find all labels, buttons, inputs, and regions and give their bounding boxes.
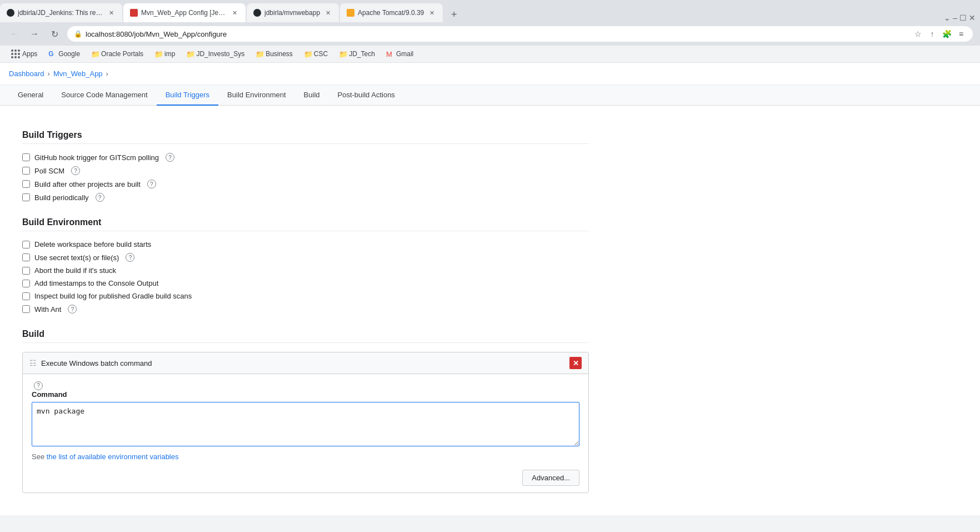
bookmark-google-label: Google — [58, 50, 80, 58]
bookmark-jdtech-label: JD_Tech — [349, 50, 375, 58]
bookmark-business[interactable]: 📁 Business — [251, 48, 297, 59]
build-step-title: Execute Windows batch command — [41, 359, 565, 367]
see-vars-link[interactable]: the list of available environment variab… — [47, 453, 179, 461]
address-bar: ← → ↻ 🔒 localhost:8080/job/Mvn_Web_App/c… — [0, 22, 980, 46]
tab-3[interactable]: jdbirla/mvnwebapp ✕ — [247, 3, 339, 22]
google-icon: G — [48, 50, 56, 58]
breadcrumb-sep-2: › — [106, 69, 108, 78]
reload-button[interactable]: ↻ — [47, 26, 62, 42]
trigger-periodic-checkbox[interactable] — [22, 193, 30, 201]
tab-general[interactable]: General — [9, 85, 52, 106]
tab-4-close[interactable]: ✕ — [427, 8, 436, 17]
bookmark-gmail[interactable]: M Gmail — [382, 48, 418, 59]
command-textarea[interactable] — [32, 402, 579, 446]
env-abort-stuck-label: Abort the build if it's stuck — [34, 266, 116, 275]
address-input-container[interactable]: 🔒 localhost:8080/job/Mvn_Web_App/configu… — [67, 26, 973, 42]
share-icon[interactable]: ↑ — [927, 29, 937, 39]
main-content: Build Triggers GitHub hook trigger for G… — [0, 106, 611, 515]
bookmark-oracle[interactable]: 📁 Oracle Portals — [87, 48, 148, 59]
maximize-icon[interactable]: ☐ — [959, 13, 967, 22]
trigger-periodic-help[interactable]: ? — [96, 193, 104, 202]
see-vars-prefix: See — [32, 453, 47, 461]
tab-1-close[interactable]: ✕ — [107, 8, 116, 17]
trigger-after-other-label: Build after other projects are built — [34, 180, 141, 188]
tab-post-build[interactable]: Post-build Actions — [329, 85, 404, 106]
trigger-periodic-label: Build periodically — [34, 193, 89, 202]
env-gradle-scans-label: Inspect build log for published Gradle b… — [34, 292, 192, 300]
tab-2-close[interactable]: ✕ — [230, 8, 239, 17]
tab-4-title: Apache Tomcat/9.0.39 — [358, 9, 424, 17]
env-secret-text-checkbox[interactable] — [22, 253, 30, 261]
delete-build-step-button[interactable]: ✕ — [569, 357, 582, 369]
bookmark-star-icon[interactable]: ☆ — [913, 29, 923, 39]
breadcrumb-dashboard[interactable]: Dashboard — [9, 69, 44, 78]
bookmark-jdinvesto[interactable]: 📁 JD_Investo_Sys — [182, 48, 249, 59]
tab-build-triggers[interactable]: Build Triggers — [157, 85, 218, 106]
trigger-github-label: GitHub hook trigger for GITScm polling — [34, 153, 159, 162]
bookmark-apps-label: Apps — [22, 50, 37, 58]
bookmark-jdtech[interactable]: 📁 JD_Tech — [334, 48, 379, 59]
bookmark-google[interactable]: G Google — [44, 48, 84, 59]
trigger-after-other-help[interactable]: ? — [147, 180, 156, 188]
env-abort-stuck-checkbox[interactable] — [22, 267, 30, 275]
tab-build-environment[interactable]: Build Environment — [218, 85, 295, 106]
profile-icon[interactable]: ≡ — [956, 29, 966, 39]
bookmark-csc[interactable]: 📁 CSC — [299, 48, 332, 59]
bookmark-imp[interactable]: 📁 imp — [150, 48, 179, 59]
tab-1[interactable]: jdbirla/JD_Jenkins: This repositor… ✕ — [0, 3, 122, 22]
extensions-icon[interactable]: 🧩 — [942, 29, 952, 39]
bookmark-oracle-label: Oracle Portals — [101, 50, 143, 58]
page-content: Dashboard › Mvn_Web_App › General Source… — [0, 63, 980, 515]
trigger-after-other: Build after other projects are built ? — [22, 177, 589, 191]
folder-icon-csc: 📁 — [304, 50, 312, 58]
env-with-ant-label: With Ant — [34, 305, 61, 314]
tab-list-icon[interactable]: ⌄ — [944, 13, 951, 22]
folder-icon-imp: 📁 — [154, 50, 162, 58]
trigger-pollscm: Poll SCM ? — [22, 164, 589, 177]
back-button[interactable]: ← — [7, 26, 22, 42]
bookmark-apps[interactable]: Apps — [7, 48, 42, 60]
new-tab-button[interactable]: + — [446, 7, 462, 22]
env-secret-text: Use secret text(s) or file(s) ? — [22, 251, 589, 264]
tab-3-title: jdbirla/mvnwebapp — [264, 9, 320, 17]
env-with-ant: With Ant ? — [22, 302, 589, 316]
address-text: localhost:8080/job/Mvn_Web_App/configure — [86, 30, 909, 38]
tab-3-close[interactable]: ✕ — [323, 8, 332, 17]
forward-button[interactable]: → — [27, 26, 42, 42]
tab-scm[interactable]: Source Code Management — [52, 85, 156, 106]
env-delete-workspace-checkbox[interactable] — [22, 241, 30, 248]
env-secret-text-label: Use secret text(s) or file(s) — [34, 253, 119, 262]
breadcrumb-mvnwebapp[interactable]: Mvn_Web_App — [53, 69, 103, 78]
build-environment-header: Build Environment — [22, 217, 589, 231]
env-with-ant-checkbox[interactable] — [22, 305, 30, 313]
env-with-ant-help[interactable]: ? — [68, 305, 77, 314]
build-section-header: Build — [22, 329, 589, 343]
tab-bar: jdbirla/JD_Jenkins: This repositor… ✕ Mv… — [0, 0, 980, 22]
env-gradle-scans-checkbox[interactable] — [22, 292, 30, 300]
trigger-after-other-checkbox[interactable] — [22, 180, 30, 188]
trigger-github-checkbox[interactable] — [22, 153, 30, 161]
gmail-icon: M — [386, 50, 394, 58]
advanced-button[interactable]: Advanced... — [522, 470, 579, 486]
env-delete-workspace: Delete workspace before build starts — [22, 238, 589, 251]
window-close-icon[interactable]: ✕ — [969, 13, 976, 22]
tab-2[interactable]: Mvn_Web_App Config [Jenkins] ✕ — [123, 3, 246, 22]
bookmark-jdinvesto-label: JD_Investo_Sys — [196, 50, 244, 58]
trigger-pollscm-help[interactable]: ? — [71, 166, 80, 175]
tab-build[interactable]: Build — [295, 85, 329, 106]
tab-3-favicon — [253, 9, 261, 17]
env-timestamps-checkbox[interactable] — [22, 280, 30, 287]
minimize-icon[interactable]: – — [953, 13, 957, 22]
bookmark-imp-label: imp — [164, 50, 175, 58]
trigger-github-help[interactable]: ? — [166, 153, 174, 162]
tab-extras: ⌄ – ☐ ✕ — [944, 13, 980, 22]
trigger-pollscm-checkbox[interactable] — [22, 167, 30, 175]
tab-4[interactable]: Apache Tomcat/9.0.39 ✕ — [340, 3, 443, 22]
env-secret-text-help[interactable]: ? — [126, 253, 134, 262]
tab-2-favicon — [130, 9, 138, 17]
build-step-help[interactable]: ? — [34, 381, 43, 390]
trigger-github: GitHub hook trigger for GITScm polling ? — [22, 151, 589, 164]
trigger-pollscm-label: Poll SCM — [34, 167, 64, 175]
config-tabs: General Source Code Management Build Tri… — [0, 85, 980, 106]
bookmark-gmail-label: Gmail — [396, 50, 413, 58]
